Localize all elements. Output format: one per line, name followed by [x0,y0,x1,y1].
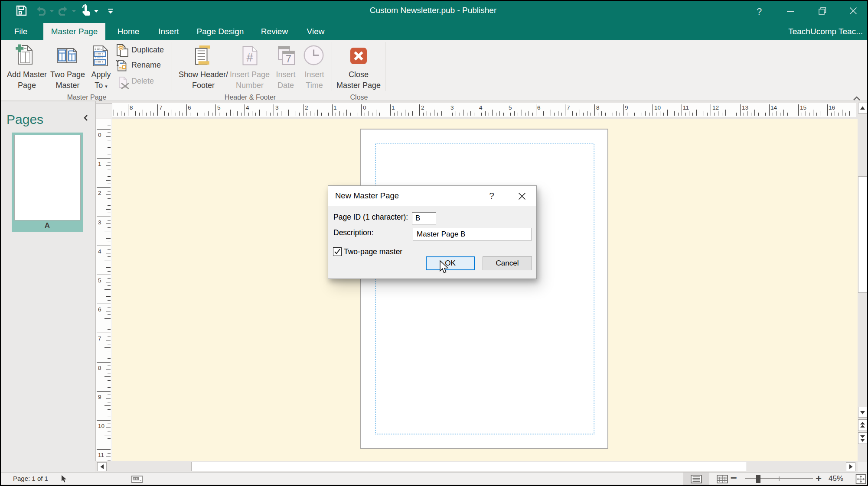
svg-text:0: 0 [98,132,101,138]
svg-text:11: 11 [98,452,104,458]
svg-text:2: 2 [98,190,101,196]
svg-text:6: 6 [98,306,101,313]
svg-text:7: 7 [98,335,101,342]
svg-text:3: 3 [98,219,101,226]
svg-text:?: ? [757,6,762,17]
svg-text:10: 10 [98,423,104,429]
svg-text:#: # [246,51,253,64]
svg-text:1: 1 [98,161,101,167]
svg-text:8: 8 [98,365,101,371]
svg-text:9: 9 [98,394,101,400]
svg-text:5: 5 [98,277,101,284]
svg-text:4: 4 [98,248,101,255]
svg-text:7: 7 [286,53,291,65]
